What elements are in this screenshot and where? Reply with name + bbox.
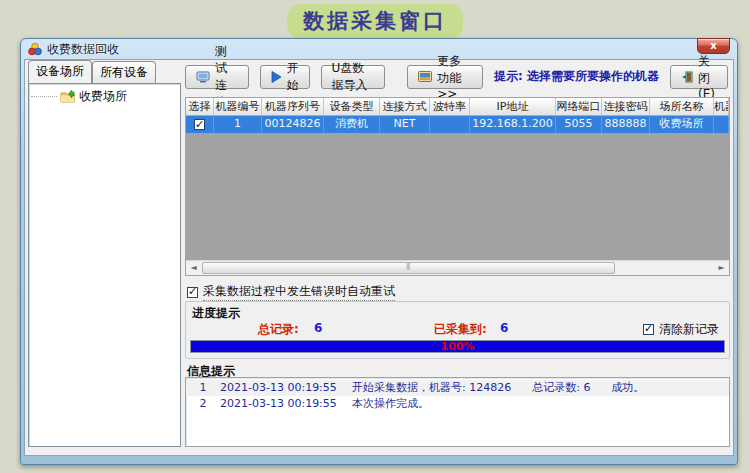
button-label: 更多功能>> <box>437 53 472 101</box>
more-functions-button[interactable]: 更多功能>> <box>407 65 483 89</box>
col-header-select[interactable]: 选择 <box>186 98 214 115</box>
col-header-baudrate[interactable]: 波特率 <box>430 98 470 115</box>
cell-password: 888888 <box>602 116 650 133</box>
window-icon <box>28 42 42 56</box>
folder-icon <box>60 90 76 103</box>
close-window-button[interactable]: 关闭(E) <box>670 65 728 89</box>
tab-label: 设备场所 <box>36 64 84 78</box>
col-header-connection[interactable]: 连接方式 <box>380 98 430 115</box>
progress-group-title: 进度提示 <box>192 305 240 322</box>
cell-port: 5055 <box>556 116 602 133</box>
log-timestamp: 2021-03-13 00:19:55 <box>220 380 352 396</box>
cell-machine <box>714 116 729 133</box>
log-row[interactable]: 2 2021-03-13 00:19:55 本次操作完成。 <box>186 396 729 412</box>
progress-stats: 总记录: 6 已采集到: 6 清除新记录 <box>186 321 729 337</box>
horizontal-scrollbar[interactable]: ◄ ► <box>186 260 729 275</box>
log-index: 2 <box>186 396 220 412</box>
table-row[interactable]: 1 00124826 消费机 NET 192.168.1.200 5055 88… <box>186 116 729 133</box>
cell-device-type: 消费机 <box>324 116 380 133</box>
button-label: U盘数据导入 <box>332 60 375 94</box>
log-message: 本次操作完成。 <box>352 396 729 412</box>
usb-import-button[interactable]: U盘数据导入 <box>321 65 386 89</box>
col-header-serial[interactable]: 机器序列号 <box>262 98 324 115</box>
toolbar: 测试连接 开始 U盘数据导入 <box>185 63 730 90</box>
machine-table: 选择 机器编号 机器序列号 设备类型 连接方式 波特率 IP地址 网络端口 连接… <box>185 97 730 276</box>
collected-label: 已采集到: <box>434 321 487 338</box>
scroll-left-arrow-icon[interactable]: ◄ <box>186 261 201 275</box>
scroll-right-arrow-icon[interactable]: ► <box>714 261 729 275</box>
col-header-machine-no[interactable]: 机器编号 <box>214 98 262 115</box>
col-header-location[interactable]: 场所名称 <box>650 98 714 115</box>
progress-percent-text: 100% <box>441 340 475 353</box>
collected-value: 6 <box>500 321 508 335</box>
tab-label: 所有设备 <box>100 65 148 79</box>
monitor-icon <box>196 71 210 83</box>
table-header-row: 选择 机器编号 机器序列号 设备类型 连接方式 波特率 IP地址 网络端口 连接… <box>186 98 729 116</box>
cell-location: 收费场所 <box>650 116 714 133</box>
button-label: 关闭(E) <box>698 53 717 101</box>
selection-hint-text: 提示: 选择需要所要操作的机器 <box>494 68 659 85</box>
info-log-list[interactable]: 1 2021-03-13 00:19:55 开始采集数据，机器号: 124826… <box>185 377 730 447</box>
col-header-device-type[interactable]: 设备类型 <box>324 98 380 115</box>
total-records-label: 总记录: <box>258 321 299 338</box>
tree-node-fee-location[interactable]: 收费场所 <box>31 88 178 105</box>
main-panel: 测试连接 开始 U盘数据导入 <box>185 63 730 447</box>
col-header-password[interactable]: 连接密码 <box>602 98 650 115</box>
checkbox-checked-icon[interactable] <box>643 324 654 335</box>
log-message: 开始采集数据，机器号: 124826 总记录数: 6 成功。 <box>352 380 729 396</box>
log-row[interactable]: 1 2021-03-13 00:19:55 开始采集数据，机器号: 124826… <box>186 380 729 396</box>
col-header-port[interactable]: 网络端口 <box>556 98 602 115</box>
clear-new-records-checkbox[interactable]: 清除新记录 <box>643 321 719 338</box>
play-icon <box>271 71 282 83</box>
close-icon: x <box>710 40 716 51</box>
location-tree[interactable]: 收费场所 <box>28 83 181 447</box>
scrollbar-thumb[interactable] <box>202 262 615 274</box>
tree-connector <box>31 96 57 97</box>
table-empty-area <box>186 133 729 260</box>
cell-connection: NET <box>380 116 430 133</box>
total-records-value: 6 <box>314 321 322 335</box>
cell-machine-no: 1 <box>214 116 262 133</box>
window-titlebar[interactable]: 收费数据回收 x <box>24 39 734 59</box>
checkbox-checked-icon[interactable] <box>187 287 198 298</box>
page-title: 数据采集窗口 <box>287 4 463 39</box>
device-panel: 设备场所 所有设备 收费场所 <box>28 63 181 447</box>
col-header-ip[interactable]: IP地址 <box>470 98 556 115</box>
clear-new-records-label: 清除新记录 <box>659 321 719 338</box>
app-window: 收费数据回收 x 设备场所 所有设备 <box>20 38 738 465</box>
cell-baudrate <box>430 116 470 133</box>
log-timestamp: 2021-03-13 00:19:55 <box>220 396 352 412</box>
window-title: 收费数据回收 <box>47 41 119 58</box>
row-checkbox-checked[interactable] <box>194 119 205 130</box>
cell-serial: 00124826 <box>262 116 324 133</box>
row-select-cell[interactable] <box>186 116 214 133</box>
auto-retry-checkbox[interactable]: 采集数据过程中发生错误时自动重试 <box>187 283 395 301</box>
screen-icon <box>418 71 432 82</box>
tab-device-location[interactable]: 设备场所 <box>28 60 92 83</box>
auto-retry-label: 采集数据过程中发生错误时自动重试 <box>203 283 395 301</box>
tab-all-devices[interactable]: 所有设备 <box>92 61 156 83</box>
start-button[interactable]: 开始 <box>260 65 310 89</box>
log-index: 1 <box>186 380 220 396</box>
exit-door-icon <box>681 71 693 83</box>
progress-bar: 100% <box>190 340 725 353</box>
tree-node-label: 收费场所 <box>79 88 127 105</box>
test-connection-button[interactable]: 测试连接 <box>185 65 249 89</box>
window-client-area: 设备场所 所有设备 收费场所 <box>24 59 734 456</box>
device-tabs: 设备场所 所有设备 <box>28 63 181 83</box>
progress-groupbox: 进度提示 总记录: 6 已采集到: 6 清除新记录 100% <box>185 301 730 359</box>
cell-ip: 192.168.1.200 <box>470 116 556 133</box>
col-header-machine[interactable]: 机器 <box>714 98 729 115</box>
button-label: 开始 <box>287 60 299 94</box>
